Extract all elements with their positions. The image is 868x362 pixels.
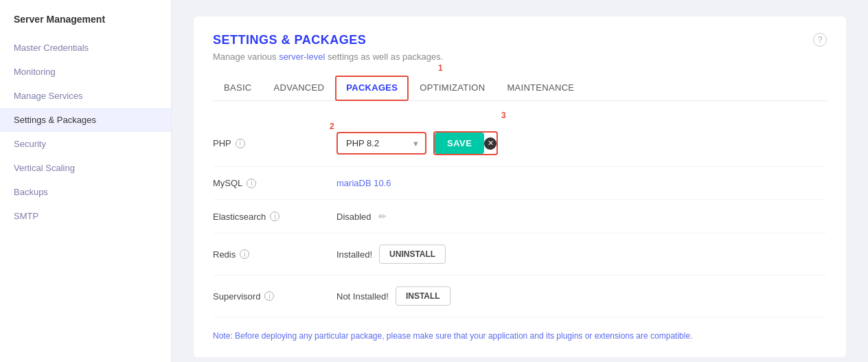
- redis-status: Installed!: [336, 249, 372, 260]
- php-select[interactable]: PHP 7.4 PHP 8.0 PHP 8.1 PHP 8.2 PHP 8.3: [338, 133, 407, 153]
- mysql-label: MySQL i: [213, 178, 336, 188]
- elasticsearch-info-icon[interactable]: i: [270, 212, 279, 221]
- mysql-label-text: MySQL: [213, 178, 242, 188]
- annotation-3: 3: [501, 111, 506, 120]
- tabs-container: 1 BASIC ADVANCED PACKAGES OPTIMIZATION M…: [213, 76, 827, 101]
- supervisord-row: Supervisord i Not Installed! INSTALL: [213, 275, 827, 317]
- redis-label: Redis i: [213, 249, 336, 260]
- elasticsearch-label: Elasticsearch i: [213, 212, 336, 222]
- supervisord-info-icon[interactable]: i: [264, 291, 274, 301]
- supervisord-label-text: Supervisord: [213, 291, 260, 302]
- tab-advanced[interactable]: ADVANCED: [263, 76, 336, 101]
- tab-basic[interactable]: BASIC: [213, 76, 263, 101]
- content-card-wrapper: SETTINGS & PACKAGES Manage various serve…: [194, 16, 846, 357]
- php-value: 2 PHP 7.4 PHP 8.0 PHP 8.1 PHP 8.2 PHP 8.…: [336, 131, 498, 155]
- redis-row: Redis i Installed! UNINSTALL: [213, 234, 827, 275]
- elasticsearch-row: Elasticsearch i Disabled ✏: [213, 200, 827, 234]
- save-group: SAVE ✕: [433, 131, 498, 155]
- sidebar-item-monitoring[interactable]: Monitoring: [0, 60, 171, 84]
- note-text: Note: Before deploying any particular pa…: [213, 331, 827, 341]
- php-save-button[interactable]: SAVE: [435, 133, 484, 154]
- mysql-value: mariaDB 10.6: [336, 178, 391, 188]
- sidebar-item-security[interactable]: Security: [0, 132, 171, 156]
- elasticsearch-value: Disabled ✏: [336, 211, 387, 222]
- annotation-1: 1: [438, 63, 443, 73]
- elasticsearch-status: Disabled: [336, 212, 372, 222]
- supervisord-install-button[interactable]: INSTALL: [396, 286, 450, 306]
- supervisord-value: Not Installed! INSTALL: [336, 286, 450, 306]
- supervisord-label: Supervisord i: [213, 291, 336, 302]
- content-card: SETTINGS & PACKAGES Manage various serve…: [194, 16, 846, 357]
- sidebar-item-vertical-scaling[interactable]: Vertical Scaling: [0, 156, 171, 180]
- sidebar-title: Server Management: [0, 14, 171, 36]
- redis-label-text: Redis: [213, 249, 236, 260]
- sidebar-item-manage-services[interactable]: Manage Services: [0, 84, 171, 108]
- tab-maintenance[interactable]: MAINTENANCE: [496, 76, 585, 101]
- redis-uninstall-button[interactable]: UNINSTALL: [379, 245, 446, 264]
- page-title: SETTINGS & PACKAGES: [213, 33, 443, 47]
- php-select-wrapper: PHP 7.4 PHP 8.0 PHP 8.1 PHP 8.2 PHP 8.3 …: [336, 132, 426, 155]
- sidebar: Server Management Master Credentials Mon…: [0, 0, 172, 362]
- tabs: BASIC ADVANCED PACKAGES OPTIMIZATION MAI…: [213, 76, 827, 101]
- php-label-text: PHP: [213, 138, 231, 148]
- elasticsearch-label-text: Elasticsearch: [213, 212, 266, 222]
- tab-packages[interactable]: PACKAGES: [335, 76, 409, 101]
- redis-info-icon[interactable]: i: [240, 249, 249, 259]
- tab-optimization[interactable]: OPTIMIZATION: [409, 76, 496, 101]
- subtitle-link: server-level: [279, 52, 325, 62]
- help-icon[interactable]: ?: [813, 33, 827, 47]
- mysql-info-icon[interactable]: i: [247, 179, 256, 188]
- php-close-badge[interactable]: ✕: [484, 137, 496, 150]
- sidebar-item-backups[interactable]: Backups: [0, 180, 171, 204]
- mysql-row: MySQL i mariaDB 10.6: [213, 167, 827, 200]
- main-content: SETTINGS & PACKAGES Manage various serve…: [172, 0, 868, 362]
- supervisord-status: Not Installed!: [336, 291, 389, 302]
- page-subtitle: Manage various server-level settings as …: [213, 52, 443, 62]
- php-select-arrow: ▼: [407, 139, 425, 148]
- annotation-2: 2: [330, 122, 334, 131]
- sidebar-item-settings-packages[interactable]: Settings & Packages: [0, 108, 171, 132]
- redis-value: Installed! UNINSTALL: [336, 245, 446, 264]
- note-content: Note: Before deploying any particular pa…: [213, 331, 692, 341]
- sidebar-item-master-credentials[interactable]: Master Credentials: [0, 36, 171, 60]
- php-label: PHP i: [213, 138, 336, 148]
- php-info-icon[interactable]: i: [236, 139, 245, 148]
- elasticsearch-edit-icon[interactable]: ✏: [378, 211, 387, 222]
- mysql-value-text: mariaDB 10.6: [336, 178, 391, 188]
- sidebar-item-smtp[interactable]: SMTP: [0, 204, 171, 228]
- php-row: 3 PHP i 2 PHP 7.4 PHP 8.0 PHP 8.1 PHP 8.…: [213, 120, 827, 167]
